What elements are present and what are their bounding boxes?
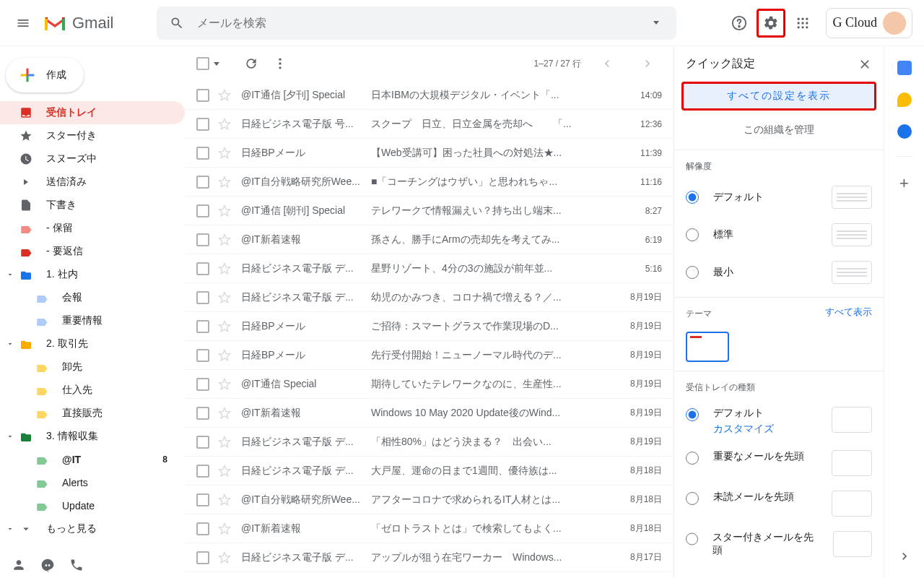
- star-button[interactable]: [218, 262, 232, 275]
- search-button[interactable]: [162, 9, 191, 38]
- sidebar-item[interactable]: Update: [0, 494, 185, 517]
- star-button[interactable]: [218, 349, 232, 362]
- theme-thumbnail[interactable]: [686, 332, 729, 362]
- keep-icon[interactable]: [897, 92, 912, 107]
- mail-checkbox[interactable]: [196, 147, 211, 160]
- mail-checkbox[interactable]: [196, 233, 211, 246]
- tasks-icon[interactable]: [897, 124, 912, 139]
- inbox-radio[interactable]: [686, 492, 699, 505]
- mail-checkbox[interactable]: [196, 262, 211, 275]
- mail-row[interactable]: 日経ビジネス電子版 デ...大戸屋、運命の日まで1週間、優待族は...8月18日: [185, 457, 674, 486]
- sidebar-item[interactable]: もっと見る: [0, 517, 185, 540]
- sidebar-item[interactable]: 受信トレイ: [0, 101, 185, 124]
- density-option[interactable]: 標準: [674, 216, 884, 254]
- manage-org-link[interactable]: この組織を管理: [674, 111, 884, 150]
- mail-row[interactable]: @IT通信 [夕刊] Special日本IBMの大規模デジタル・イベント「...…: [185, 81, 674, 110]
- mail-row[interactable]: @IT自分戦略研究所Wee...■「コーチングはウザい」と思われちゃ...11:…: [185, 168, 674, 197]
- star-button[interactable]: [218, 291, 232, 304]
- help-button[interactable]: [725, 9, 754, 38]
- all-settings-button[interactable]: すべての設定を表示: [681, 82, 876, 111]
- hangouts-icon[interactable]: [40, 558, 55, 572]
- more-button[interactable]: [266, 49, 295, 78]
- mail-row[interactable]: @IT通信 Special期待していたテレワークなのに、生産性...8月19日: [185, 370, 674, 399]
- account-switcher[interactable]: G Cloud: [826, 8, 912, 38]
- star-button[interactable]: [218, 204, 232, 217]
- collapse-rail-button[interactable]: [897, 549, 912, 564]
- sidebar-item[interactable]: 下書き: [0, 194, 185, 217]
- search-bar[interactable]: [157, 7, 676, 40]
- apps-button[interactable]: [788, 9, 817, 38]
- mail-checkbox[interactable]: [196, 378, 211, 391]
- mail-row[interactable]: 日経ビジネス電子版 号...スクープ 日立、日立金属を売却へ 「...12:36: [185, 110, 674, 139]
- mail-checkbox[interactable]: [196, 436, 211, 449]
- density-radio[interactable]: [686, 191, 699, 204]
- sidebar-item[interactable]: 送信済み: [0, 171, 185, 194]
- sidebar-item[interactable]: 直接販売: [0, 402, 185, 425]
- mail-row[interactable]: 日経ビジネス電子版 デ...「相性80%」はどう決まる？ 出会い...8月19日: [185, 428, 674, 457]
- inbox-type-option[interactable]: 未読メールを先頭: [674, 483, 884, 524]
- mail-row[interactable]: 日経BPメール【Web受講可】困った社員への対処法★...11:39: [185, 139, 674, 168]
- mail-checkbox[interactable]: [196, 320, 211, 333]
- density-radio[interactable]: [686, 228, 699, 241]
- star-button[interactable]: [218, 465, 232, 478]
- mail-row[interactable]: 日経BPメールご招待：スマートグラスで作業現場のD...8月19日: [185, 312, 674, 341]
- inbox-type-option[interactable]: 重要なメールを先頭: [674, 443, 884, 483]
- mail-row[interactable]: @IT自分戦略研究所Wee...アフターコロナで求められるIT人材とは...8月…: [185, 486, 674, 514]
- close-panel-button[interactable]: [858, 57, 872, 72]
- settings-button[interactable]: [757, 9, 785, 38]
- star-button[interactable]: [218, 493, 232, 506]
- prev-page-button[interactable]: [593, 49, 622, 78]
- mail-checkbox[interactable]: [196, 89, 211, 102]
- sidebar-item[interactable]: 卸先: [0, 355, 185, 379]
- star-button[interactable]: [218, 378, 232, 391]
- mail-row[interactable]: @IT新着速報「ゼロトラストとは」で検索してもよく...8月18日: [185, 514, 674, 543]
- search-input[interactable]: [197, 17, 642, 30]
- inbox-radio[interactable]: [686, 452, 699, 465]
- sidebar-item[interactable]: Alerts: [0, 471, 185, 494]
- calendar-icon[interactable]: [897, 61, 912, 75]
- mail-row[interactable]: @IT新着速報Windows 10 May 2020 Update後のWind.…: [185, 399, 674, 428]
- mail-checkbox[interactable]: [196, 291, 211, 304]
- theme-show-all-link[interactable]: すべて表示: [825, 306, 872, 319]
- star-button[interactable]: [218, 436, 232, 449]
- mail-row[interactable]: 日経ビジネス電子版 デ...アップルが狙う在宅ワーカー Windows...8月…: [185, 543, 674, 572]
- menu-button[interactable]: [6, 6, 40, 40]
- star-button[interactable]: [218, 147, 232, 160]
- mail-row[interactable]: 日経ビジネス電子版 デ...幼児のかみつき、コロナ禍で増える？／...8月19日: [185, 283, 674, 312]
- inbox-type-option[interactable]: デフォルトカスタマイズ: [674, 400, 884, 443]
- sidebar-item[interactable]: スター付き: [0, 124, 185, 147]
- compose-button[interactable]: 作成: [6, 58, 84, 92]
- inbox-radio[interactable]: [686, 408, 699, 421]
- gmail-logo[interactable]: Gmail: [43, 14, 113, 33]
- mail-checkbox[interactable]: [196, 522, 211, 535]
- star-button[interactable]: [218, 89, 232, 102]
- star-button[interactable]: [218, 176, 232, 189]
- person-icon[interactable]: [12, 558, 26, 572]
- star-button[interactable]: [218, 407, 232, 420]
- sidebar-item[interactable]: 会報: [0, 286, 185, 309]
- star-button[interactable]: [218, 522, 232, 535]
- mail-checkbox[interactable]: [196, 407, 211, 420]
- sidebar-item[interactable]: 2. 取引先: [0, 332, 185, 355]
- next-page-button[interactable]: [633, 49, 662, 78]
- mail-checkbox[interactable]: [196, 176, 211, 189]
- search-options-button[interactable]: [642, 9, 671, 38]
- sidebar-item[interactable]: @IT8: [0, 448, 185, 471]
- density-option[interactable]: 最小: [674, 254, 884, 291]
- sidebar-item[interactable]: 仕入先: [0, 379, 185, 402]
- sidebar-item[interactable]: 1. 社内: [0, 263, 185, 286]
- mail-row[interactable]: 日経BPメール先行受付開始！ニューノーマル時代のデ...8月19日: [185, 341, 674, 370]
- mail-checkbox[interactable]: [196, 118, 211, 131]
- inbox-radio[interactable]: [686, 532, 698, 545]
- sidebar-item[interactable]: 3. 情報収集: [0, 425, 185, 448]
- mail-checkbox[interactable]: [196, 349, 211, 362]
- mail-row[interactable]: @IT通信 [朝刊] Specialテレワークで情報漏えい？持ち出し端末...8…: [185, 197, 674, 225]
- mail-checkbox[interactable]: [196, 465, 211, 478]
- mail-checkbox[interactable]: [196, 204, 211, 217]
- add-addon-button[interactable]: +: [899, 174, 909, 193]
- inbox-type-option[interactable]: スター付きメールを先頭: [674, 524, 884, 564]
- mail-checkbox[interactable]: [196, 493, 211, 506]
- star-button[interactable]: [218, 233, 232, 246]
- mail-checkbox[interactable]: [196, 551, 211, 564]
- star-button[interactable]: [218, 551, 232, 564]
